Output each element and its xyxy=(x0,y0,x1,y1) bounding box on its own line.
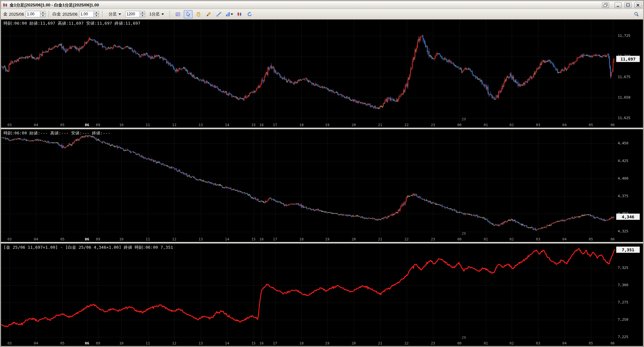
maximize-icon xyxy=(626,3,630,7)
bar-count-input[interactable] xyxy=(125,11,140,17)
magnifier-icon xyxy=(634,12,639,17)
toolbar: 金 2025/06 白金 2025/06 分足 xyxy=(1,9,643,20)
spread-price-badge: 7,351 xyxy=(616,246,640,253)
trendline-tool-button[interactable] xyxy=(215,10,223,18)
pointer-icon xyxy=(185,12,191,17)
bar-count-spin-up[interactable] xyxy=(140,11,145,14)
down-arrow-icon xyxy=(95,15,97,16)
chevron-down-icon xyxy=(118,13,121,15)
app-window: 金1分足[2025/06]1.00 - 白金1分足[2025/06]1.00 金 xyxy=(0,0,644,347)
platinum-chart-canvas[interactable] xyxy=(1,129,643,242)
bar-count-spin-down[interactable] xyxy=(140,14,145,17)
maximize-button[interactable] xyxy=(624,2,632,8)
bar-type-dropdown[interactable]: 分足 xyxy=(106,11,124,18)
titlebar[interactable]: 金1分足[2025/06]1.00 - 白金1分足[2025/06]1.00 xyxy=(1,1,643,9)
up-arrow-icon xyxy=(95,12,97,13)
minimize-icon xyxy=(616,3,620,7)
bar-count-spinbox xyxy=(125,11,145,17)
chevron-down-icon xyxy=(161,13,164,15)
gold-multiplier-input[interactable] xyxy=(26,11,40,17)
panel-splitter[interactable] xyxy=(1,128,643,129)
spread-chart-canvas[interactable] xyxy=(1,244,643,346)
chart-settings-icon xyxy=(175,12,181,17)
timeframe-label: 1分足 xyxy=(149,11,160,17)
gold-chart-canvas[interactable] xyxy=(1,20,643,128)
detach-window-button[interactable] xyxy=(602,2,609,8)
toolbar-separator xyxy=(102,11,103,18)
gold-multiplier-spinbox xyxy=(26,11,45,17)
platinum-chart-panel: 時刻:06:00 始値:--- 高値:--- 安値:--- 終値:--- 4,3… xyxy=(1,129,643,242)
up-arrow-icon xyxy=(42,12,44,13)
spread-chart-panel: [金 25/06 11,697×1.00] - [白金 25/06 4,346×… xyxy=(1,244,643,346)
up-arrow-icon xyxy=(142,12,143,13)
float-window-icon xyxy=(603,3,608,7)
bar-type-label: 分足 xyxy=(109,11,117,17)
pointer-tool-button[interactable] xyxy=(184,10,192,18)
bar-chart-icon xyxy=(225,12,230,17)
chart-area: 時刻:06:00 始値:11,697 高値:11,697 安値:11,697 終… xyxy=(1,20,643,346)
platinum-multiplier-input[interactable] xyxy=(79,11,94,17)
close-icon xyxy=(636,3,640,7)
gold-multiplier-spin-up[interactable] xyxy=(40,11,45,14)
chevron-down-icon xyxy=(231,13,233,15)
refresh-icon xyxy=(247,12,252,17)
platinum-price-badge: 4,346 xyxy=(616,214,640,220)
toolbar-separator xyxy=(170,11,170,18)
gold-symbol-label: 金 xyxy=(3,11,7,17)
candlestick-indicator-icon xyxy=(237,12,242,17)
timeframe-dropdown[interactable]: 1分足 xyxy=(147,11,167,18)
platinum-multiplier-spin-down[interactable] xyxy=(94,14,99,17)
gold-multiplier-spin-down[interactable] xyxy=(40,14,45,17)
minimize-button[interactable] xyxy=(615,2,622,8)
app-icon xyxy=(3,3,8,8)
trendline-icon xyxy=(216,12,222,17)
gold-price-badge: 11,697 xyxy=(616,56,640,62)
hand-tool-button[interactable] xyxy=(194,10,203,18)
platinum-contract-month: 2025/06 xyxy=(62,12,77,17)
pencil-icon xyxy=(206,12,211,17)
refresh-button[interactable] xyxy=(245,10,254,18)
gold-contract-month: 2025/06 xyxy=(9,12,24,17)
toolbar-separator xyxy=(49,11,49,18)
platinum-symbol-label: 白金 xyxy=(53,11,61,17)
pencil-tool-button[interactable] xyxy=(204,10,213,18)
gold-chart-panel: 時刻:06:00 始値:11,697 高値:11,697 安値:11,697 終… xyxy=(1,20,643,128)
down-arrow-icon xyxy=(42,15,44,16)
search-button[interactable] xyxy=(632,10,641,18)
platinum-multiplier-spin-up[interactable] xyxy=(94,11,99,14)
platinum-multiplier-spinbox xyxy=(79,11,99,17)
down-arrow-icon xyxy=(142,15,143,16)
chart-type-button[interactable] xyxy=(225,10,233,18)
window-title: 金1分足[2025/06]1.00 - 白金1分足[2025/06]1.00 xyxy=(10,2,599,8)
hand-icon xyxy=(196,12,201,17)
indicator-button[interactable] xyxy=(235,10,244,18)
close-button[interactable] xyxy=(634,2,641,8)
panel-splitter[interactable] xyxy=(1,242,643,244)
chart-settings-button[interactable] xyxy=(174,10,182,18)
